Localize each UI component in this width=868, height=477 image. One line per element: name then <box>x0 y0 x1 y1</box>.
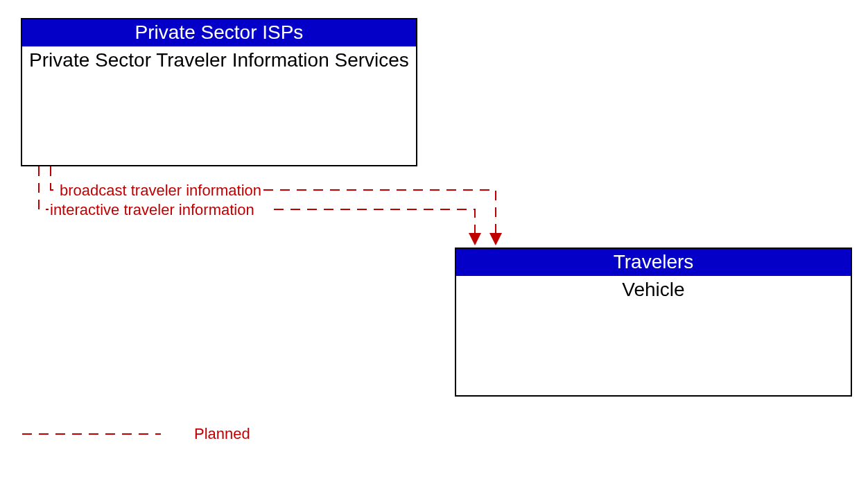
entity-box-travelers: Travelers Vehicle <box>455 248 852 397</box>
entity-body-private-sector-isps: Private Sector Traveler Information Serv… <box>22 46 416 71</box>
entity-header-travelers: Travelers <box>456 249 851 276</box>
entity-header-private-sector-isps: Private Sector ISPs <box>22 19 416 46</box>
legend-label-planned: Planned <box>194 425 250 443</box>
flow-label-broadcast-traveler-information: broadcast traveler information <box>60 182 261 200</box>
entity-body-travelers: Vehicle <box>456 276 851 301</box>
flow-label-interactive-traveler-information: interactive traveler information <box>50 201 254 219</box>
entity-box-private-sector-isps: Private Sector ISPs Private Sector Trave… <box>21 18 417 166</box>
